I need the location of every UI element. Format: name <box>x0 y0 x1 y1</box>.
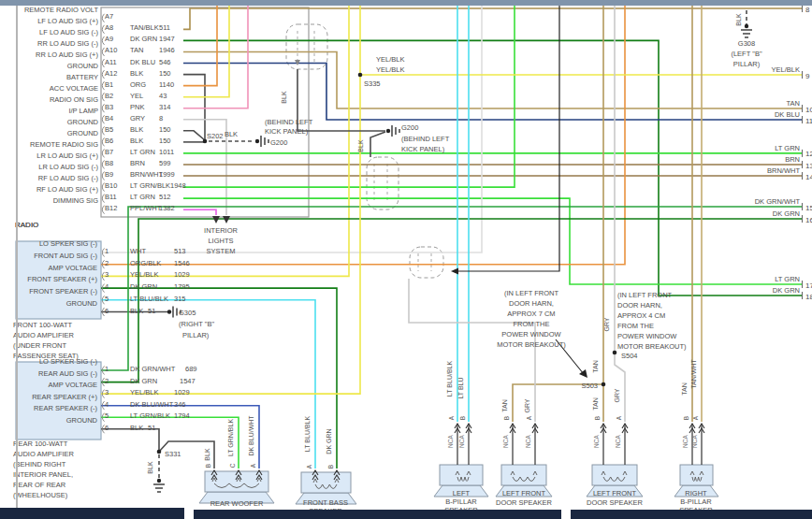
radio-pin-id-A8: A8 <box>105 23 113 32</box>
front-bass-speaker-body <box>301 472 351 493</box>
label-b: B <box>205 464 211 468</box>
label-a: A <box>616 415 622 420</box>
callout-door-harn-4cm: (IN LEFT FRONT <box>617 291 673 299</box>
callout-door-harn-7cm: DOOR HARN, <box>509 299 554 308</box>
front-amp-pin-circuit-3: 1029 <box>174 270 190 279</box>
label-nca: NCA <box>447 434 454 447</box>
radio-pin-id-B12: B12 <box>105 204 117 212</box>
radio-pin-id-A7: A7 <box>105 12 113 21</box>
label-b: B <box>594 416 601 420</box>
exit-number-10: 10 <box>805 106 812 114</box>
radio-signal-A10: RR LO AUD SIG (-) <box>37 39 99 48</box>
front-amp-caption: AUDIO AMPLIFIER <box>13 331 75 339</box>
radio-pin-id-A12: A12 <box>105 69 117 78</box>
exit-number-15: 15 <box>805 204 812 212</box>
rear-amp-pin-color-1: DK GRN/WHT <box>130 365 176 373</box>
radio-pin-id-B7: B7 <box>105 148 113 156</box>
rear-amp-signal-1: LO SPKER SIG (-) <box>39 357 98 366</box>
exit-number-17: 17 <box>805 281 812 290</box>
rear-amp-pin-id-1: 1 <box>105 365 109 373</box>
ground-g308-dot <box>745 24 748 28</box>
radio-pin-circuit-B8: 599 <box>159 159 171 167</box>
front-amp-signal-4: FRONT SPEAKER (+) <box>27 275 97 283</box>
radio-signal-B3: RADIO ON SIG <box>50 95 98 104</box>
label-g200: G200 <box>270 138 287 147</box>
label-kick-panel-: KICK PANEL) <box>265 127 309 136</box>
radio-signal-A7: REMOTE RADIO VOLT <box>24 6 98 14</box>
radio-signal-A12: GROUND <box>67 62 99 70</box>
label-dk-blu-wht: DK BLU/WHT <box>248 415 254 456</box>
label-nca: NCA <box>682 434 689 447</box>
left-front-door-speaker-2-body <box>592 465 637 485</box>
radio-pin-color-B3: PNK <box>130 103 144 111</box>
wire-ramp-5-lt-grn-blk-1794 <box>101 417 239 469</box>
label-b: B <box>503 416 510 420</box>
ground-g200-kick-panel-dot <box>255 139 259 143</box>
front-amp-signal-5: FRONT SPEAKER (-) <box>29 287 97 296</box>
exit-number-14: 14 <box>805 173 812 181</box>
callout-door-harn-4cm: POWER WINDOW <box>617 332 677 340</box>
left-frame-line <box>16 6 18 508</box>
exit-label-11: DK BLU <box>775 110 800 119</box>
front-amp-pin-circuit-6: 51 <box>148 307 155 315</box>
left-front-door-speaker-2-label: LEFT FRONT <box>593 489 637 497</box>
ground-s331-dot <box>157 479 161 483</box>
radio-pin-id-B10: B10 <box>105 181 117 190</box>
front-amp-signal-2: FRONT AUD SIG (-) <box>34 252 97 260</box>
rear-amp-caption: (WHEELHOUSE) <box>13 491 68 499</box>
left-front-door-speaker-1-label: LEFT FRONT <box>502 489 546 497</box>
label-tan: TAN <box>501 399 508 411</box>
exit-label-15: DK GRN/WHT <box>755 197 801 206</box>
label-interior: INTERIOR <box>204 226 238 235</box>
radio-signal-B4: I/P LAMP <box>68 107 98 115</box>
left-b-pillar-speaker-label: LEFT <box>453 489 471 497</box>
rear-amp-pin-id-3: 3 <box>105 388 109 396</box>
callout-door-harn-4cm: FROM THE <box>617 322 654 330</box>
radio-signal-B6: GROUND <box>67 129 99 137</box>
callout-door-harn-4cm: APPROX 4 CM <box>617 311 665 320</box>
radio-pin-color-A10: TAN <box>130 46 143 54</box>
label-blk: BLK <box>204 448 210 461</box>
radio-pin-id-B1: B1 <box>105 80 113 89</box>
label-blk: BLK <box>281 91 287 104</box>
radio-pin-color-B2: YEL <box>130 92 143 100</box>
label-g308: G308 <box>738 39 755 48</box>
front-amp-pin-id-1: 1 <box>105 247 109 255</box>
rear-amp-pin-id-2: 2 <box>105 377 109 385</box>
radio-pin-color-B11: LT GRN <box>130 193 155 201</box>
ground-g305-dot <box>167 310 171 313</box>
radio-pin-id-A9: A9 <box>105 35 113 43</box>
radio-pin-circuit-B1: 1140 <box>159 80 174 89</box>
label-radio: RADIO <box>15 221 38 229</box>
front-amp-signal-3: AMP VOLTAGE <box>48 264 97 272</box>
callout-door-harn-7cm: APPROX 7 CM <box>507 310 555 318</box>
label-tan: TAN <box>681 382 688 395</box>
exit-number-11: 11 <box>805 117 812 125</box>
radio-signal-B9: LR LO AUD SIG (-) <box>38 163 98 171</box>
wiring-diagram-canvas: REAR WOOFERFRONT BASSSPEAKERLEFTB-PILLAR… <box>0 0 812 519</box>
left-front-door-speaker-1-body <box>501 465 546 485</box>
label-s503: S503 <box>581 382 598 390</box>
radio-signal-B12: DIMMING SIG <box>53 196 98 205</box>
radio-pin-circuit-B2: 43 <box>159 92 167 100</box>
radio-pin-circuit-B10: 1948 <box>170 181 186 190</box>
radio-pin-circuit-B12: 1382 <box>159 204 175 212</box>
front-amp-caption: (UNDER FRONT <box>13 341 66 350</box>
radio-pin-color-A12: BLK <box>130 69 143 78</box>
label-tan: TAN <box>592 397 599 410</box>
radio-pin-circuit-B6: 150 <box>159 137 171 145</box>
exit-label-18: DK GRN <box>773 286 800 295</box>
label-a: A <box>306 464 312 469</box>
radio-pin-id-B6: B6 <box>105 137 113 145</box>
label-nca: NCA <box>691 434 698 447</box>
front-amp-signal-1: LO SPKER SIG (-) <box>39 239 98 248</box>
label-b: B <box>683 416 689 420</box>
label-b: B <box>459 416 466 420</box>
rear-amp-pin-color-5: LT GRN/BLK <box>130 411 170 420</box>
radio-pin-color-B8: BRN <box>130 159 145 167</box>
label-b: B <box>327 465 334 469</box>
shield-leader-arrowhead <box>451 268 458 275</box>
exit-number-16: 16 <box>805 216 812 224</box>
label-g305: G305 <box>179 309 196 317</box>
rear-woofer-label: REAR WOOFER <box>210 499 264 508</box>
